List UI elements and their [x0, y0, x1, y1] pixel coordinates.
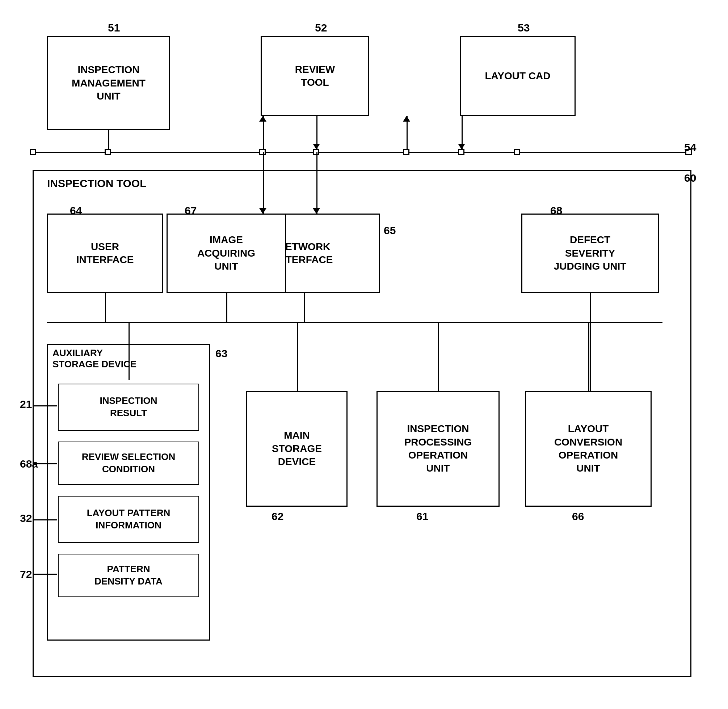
ref-60: 60 [684, 172, 696, 184]
ref-62: 62 [271, 510, 283, 522]
bus-line [32, 152, 692, 153]
main-storage-device-label: MAINSTORAGEDEVICE [272, 429, 322, 468]
review-tool-label: REVIEWTOOL [295, 63, 335, 89]
user-interface-box: USERINTERFACE [47, 213, 163, 293]
line-ibus-ipou [438, 322, 439, 391]
inspection-processing-operation-unit-label: INSPECTIONPROCESSINGOPERATIONUNIT [404, 422, 472, 475]
line-ref68a [32, 463, 57, 464]
line-ref21 [32, 406, 57, 406]
review-selection-condition-box: REVIEW SELECTIONCONDITION [58, 442, 199, 485]
layout-pattern-information-box: LAYOUT PATTERNINFORMATION [58, 496, 199, 543]
line-ref32 [32, 519, 57, 521]
ref-66: 66 [572, 510, 584, 522]
line-ref72 [32, 574, 57, 575]
line-bus-ni-right [317, 152, 318, 213]
image-acquiring-unit-label: IMAGEACQUIRINGUNIT [197, 233, 255, 273]
ref-72: 72 [20, 568, 32, 581]
line-ibus-msd [297, 322, 298, 391]
arrow-ni-down-right [313, 208, 320, 214]
main-storage-device-box: MAINSTORAGEDEVICE [246, 391, 347, 507]
bus-connector-2 [259, 149, 266, 155]
inspection-tool-label: INSPECTION TOOL [47, 177, 146, 190]
line-bus-ni-left [263, 152, 264, 213]
layout-pattern-information-label: LAYOUT PATTERNINFORMATION [87, 507, 171, 532]
bus-connector-3 [313, 149, 319, 155]
line-ni-ibus [304, 293, 305, 322]
image-acquiring-unit-box: IMAGEACQUIRINGUNIT [166, 213, 286, 293]
inspection-management-unit-box: INSPECTIONMANAGEMENTUNIT [47, 36, 170, 130]
ref-21: 21 [20, 398, 32, 410]
bus-connector-1 [105, 149, 111, 155]
arrow-rt-down-right [313, 144, 320, 149]
line-imu-bus [108, 130, 109, 149]
bus-connector-5 [458, 149, 464, 155]
ref-65: 65 [384, 225, 396, 237]
defect-severity-judging-unit-box: DEFECTSEVERITYJUDGING UNIT [521, 213, 659, 293]
ref-54: 54 [684, 141, 696, 153]
layout-conversion-operation-unit-label: LAYOUTCONVERSIONOPERATIONUNIT [554, 422, 622, 475]
ref-63: 63 [215, 347, 228, 360]
layout-cad-box: LAYOUT CAD [460, 36, 576, 116]
pattern-density-data-box: PATTERNDENSITY DATA [58, 554, 199, 597]
line-ibus-lcou [588, 322, 589, 391]
line-iau-ibus [226, 293, 228, 322]
review-tool-box: REVIEWTOOL [261, 36, 369, 116]
bus-connector-left [30, 149, 36, 155]
defect-severity-judging-unit-label: DEFECTSEVERITYJUDGING UNIT [554, 233, 627, 273]
inspection-management-unit-label: INSPECTIONMANAGEMENTUNIT [71, 63, 146, 103]
ref-61: 61 [416, 510, 428, 522]
layout-cad-label: LAYOUT CAD [485, 70, 551, 83]
ref-52: 52 [315, 22, 327, 34]
auxiliary-storage-device-label: AUXILIARYSTORAGE DEVICE [53, 347, 137, 370]
ref-32: 32 [20, 512, 32, 524]
layout-conversion-operation-unit-box: LAYOUTCONVERSIONOPERATIONUNIT [525, 391, 652, 507]
arrow-rt-up-left [259, 116, 267, 122]
ref-53: 53 [518, 22, 530, 34]
ref-51: 51 [108, 22, 120, 34]
inspection-processing-operation-unit-box: INSPECTIONPROCESSINGOPERATIONUNIT [376, 391, 500, 507]
bus-connector-6 [514, 149, 520, 155]
user-interface-label: USERINTERFACE [76, 240, 134, 267]
arrow-ni-down-left [259, 208, 267, 214]
inspection-result-label: INSPECTIONRESULT [100, 395, 158, 419]
internal-bus-line [47, 322, 662, 323]
line-ibus-aux [128, 322, 130, 380]
inspection-result-box: INSPECTIONRESULT [58, 384, 199, 431]
pattern-density-data-label: PATTERNDENSITY DATA [95, 563, 162, 588]
bus-connector-4 [403, 149, 410, 155]
review-selection-condition-label: REVIEW SELECTIONCONDITION [82, 451, 175, 476]
arrow-lc-up-left [403, 116, 410, 122]
line-dsj-lcou [590, 293, 591, 391]
line-ui-ibus [105, 293, 106, 322]
arrow-lc-down-right [458, 144, 465, 149]
